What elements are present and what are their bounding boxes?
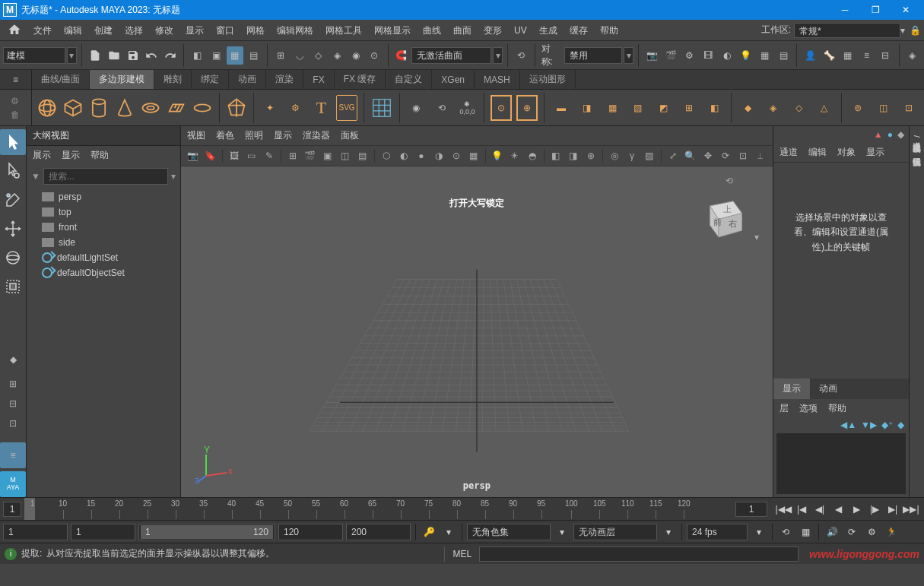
vp-shade1-icon[interactable]: ⬡ — [379, 148, 394, 163]
range-prefs2-icon[interactable]: ⚙ — [863, 524, 880, 540]
paint-select-tool-icon[interactable] — [0, 187, 26, 213]
outliner-item-top[interactable]: top — [27, 204, 180, 220]
vp-aa-icon[interactable]: ▨ — [642, 148, 657, 163]
layer-tab-anim[interactable]: 动画 — [810, 379, 846, 399]
poly-insert-icon[interactable]: ⊡ — [898, 95, 919, 121]
menu-edit[interactable]: 编辑 — [58, 20, 88, 41]
vp-menu-renderer[interactable]: 渲染器 — [303, 129, 330, 142]
poly-combine-icon[interactable]: ⊙ — [491, 95, 512, 121]
outliner-filter-icon[interactable]: ▼ — [31, 171, 40, 182]
poly-boolean2-icon[interactable]: ◨ — [576, 95, 598, 121]
home-icon[interactable] — [8, 23, 23, 38]
xgen-icon[interactable]: 👤 — [802, 46, 819, 65]
range-loop-icon[interactable]: ⟲ — [777, 524, 794, 540]
outliner-item-front[interactable]: front — [27, 220, 180, 235]
outliner-item-objectset[interactable]: defaultObjectSet — [27, 265, 180, 280]
poly-boolean3-icon[interactable]: ▦ — [602, 95, 623, 121]
shelf-menu-icon[interactable]: ≡ — [0, 70, 32, 89]
toggle-deform-icon[interactable]: ▦ — [840, 46, 857, 65]
shelf-tab-polymodel[interactable]: 多边形建模 — [90, 70, 154, 89]
select-hierarchy-icon[interactable]: ◧ — [189, 46, 206, 65]
layout-grid2-icon[interactable]: ⊟ — [2, 395, 24, 412]
select-tool-icon[interactable] — [0, 129, 26, 155]
menu-modify[interactable]: 修改 — [149, 20, 179, 41]
outliner-tree[interactable]: persp top front side defaultLightSet def… — [27, 188, 180, 497]
poly-retopo-icon[interactable]: ◈ — [763, 95, 784, 121]
poly-smooth-icon[interactable]: ◆ — [738, 95, 759, 121]
range-audio-icon[interactable]: 🔊 — [824, 524, 840, 540]
menu-generate[interactable]: 生成 — [533, 20, 564, 41]
maximize-button[interactable]: ❐ — [860, 0, 891, 20]
vp-film-icon[interactable]: 🎬 — [303, 148, 318, 163]
menu-cache[interactable]: 缓存 — [564, 20, 594, 41]
outliner-item-persp[interactable]: persp — [27, 189, 180, 204]
menu-display[interactable]: 显示 — [179, 20, 210, 41]
vp-tex-icon[interactable]: ▦ — [466, 148, 481, 163]
rp-tab-edit[interactable]: 编辑 — [808, 146, 827, 159]
light-editor-icon[interactable]: 💡 — [737, 46, 754, 65]
panel-layout-icon[interactable]: ▦ — [756, 46, 773, 65]
lock-icon[interactable]: 🔒 — [910, 25, 921, 36]
outliner-search-input[interactable] — [43, 168, 168, 185]
snap-point-icon[interactable]: ◇ — [310, 46, 327, 65]
poly-svg-icon[interactable]: SVG — [336, 95, 357, 121]
play-start-icon[interactable]: |◀◀ — [775, 501, 792, 518]
live-surface-field[interactable]: 无激活曲面 — [411, 47, 491, 64]
poly-boolean4-icon[interactable]: ▧ — [627, 95, 649, 121]
poly-reset-icon[interactable]: ✱0,0,0 — [457, 95, 478, 121]
save-scene-icon[interactable] — [124, 46, 141, 65]
layer-tab-display[interactable]: 显示 — [773, 379, 810, 399]
layer-menu-layers[interactable]: 层 — [780, 402, 789, 415]
vp-frame-icon[interactable]: ⊡ — [735, 148, 751, 163]
mel-command-input[interactable] — [479, 546, 799, 562]
render-view-icon[interactable]: 🎞 — [700, 46, 717, 65]
poly-cylinder-icon[interactable] — [88, 95, 110, 121]
viewcube-home-icon[interactable]: ⟲ — [726, 176, 733, 186]
timeline-current-frame[interactable]: 1 — [3, 502, 21, 517]
range-char-icon[interactable]: 🏃 — [883, 524, 900, 540]
menu-create[interactable]: 创建 — [88, 20, 119, 41]
shelf-tab-fxcache[interactable]: FX 缓存 — [335, 70, 386, 89]
poly-triangle-icon[interactable]: △ — [814, 95, 835, 121]
vp-2d-icon[interactable]: ▭ — [244, 148, 259, 163]
play-end-icon[interactable]: ▶▶| — [903, 501, 919, 518]
symmetry-field[interactable]: 禁用 — [564, 47, 622, 64]
anim-end-field[interactable] — [346, 524, 411, 540]
vp-light1-icon[interactable]: 💡 — [490, 148, 505, 163]
poly-plane-icon[interactable] — [166, 95, 187, 121]
vp-shade4-icon[interactable]: ◑ — [431, 148, 446, 163]
new-scene-icon[interactable] — [87, 46, 104, 65]
menu-window[interactable]: 窗口 — [210, 20, 240, 41]
layer-list[interactable] — [776, 433, 906, 494]
redo-icon[interactable] — [162, 46, 179, 65]
shelf-gear-icon[interactable]: ⚙ — [11, 96, 21, 106]
shelf-tab-custom[interactable]: 自定义 — [386, 70, 432, 89]
poly-extrude-icon[interactable]: ◩ — [653, 95, 674, 121]
poly-type-icon[interactable]: T — [311, 95, 332, 121]
animlayer-dropdown-icon[interactable]: ▾ — [660, 524, 677, 540]
shelf-tab-render[interactable]: 渲染 — [266, 70, 303, 89]
vp-light2-icon[interactable]: ☀ — [507, 148, 522, 163]
vp-grid-icon[interactable]: ⊞ — [285, 148, 300, 163]
vp-dolly-icon[interactable]: ⤢ — [665, 148, 681, 163]
toggle-panels-icon[interactable]: ⊟ — [877, 46, 894, 65]
history-toggle-icon[interactable]: ⟲ — [513, 46, 530, 65]
select-object-icon[interactable]: ▣ — [208, 46, 225, 65]
select-type-icon[interactable]: ▤ — [245, 46, 262, 65]
shelf-trash-icon[interactable]: 🗑 — [11, 109, 21, 120]
toggle-construction-icon[interactable]: 🦴 — [821, 46, 838, 65]
lasso-tool-icon[interactable] — [0, 158, 26, 184]
snap-center-icon[interactable]: ⊙ — [366, 46, 383, 65]
vp-menu-shading[interactable]: 着色 — [216, 129, 234, 142]
anim-start-field[interactable] — [3, 524, 68, 540]
vp-safe-icon[interactable]: ◫ — [338, 148, 353, 163]
poly-separate-icon[interactable]: ⊕ — [516, 95, 538, 121]
minimize-button[interactable]: ─ — [830, 0, 860, 20]
menu-editmesh[interactable]: 编辑网格 — [271, 20, 319, 41]
shelf-tab-curves[interactable]: 曲线/曲面 — [32, 70, 90, 89]
play-end-field[interactable] — [278, 524, 343, 540]
poly-gear-icon[interactable]: ⚙ — [285, 95, 306, 121]
poly-boolean1-icon[interactable]: ▬ — [551, 95, 572, 121]
live-surface-icon[interactable]: 🧲 — [393, 46, 411, 65]
rotate-tool-icon[interactable] — [0, 245, 26, 271]
